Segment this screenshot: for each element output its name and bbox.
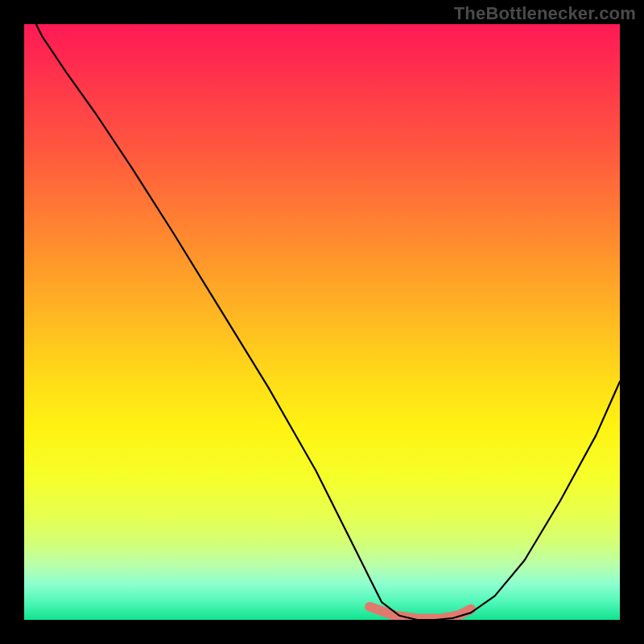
- watermark-text: TheBottlenecker.com: [454, 3, 636, 24]
- chart-frame: TheBottlenecker.com: [0, 0, 644, 644]
- curve-svg: [24, 24, 620, 620]
- bottleneck-curve: [24, 24, 620, 620]
- plot-area: [24, 24, 620, 620]
